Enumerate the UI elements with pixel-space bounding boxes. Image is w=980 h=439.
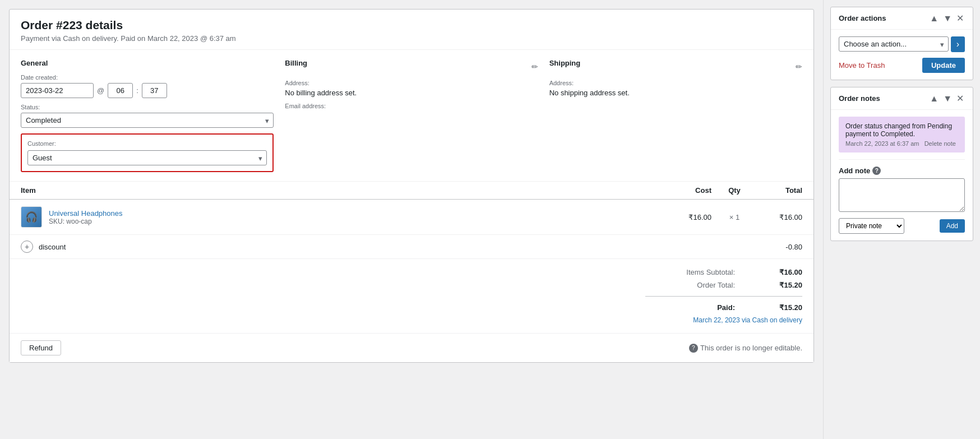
- shipping-edit-icon[interactable]: ✏: [796, 62, 802, 71]
- paid-value: ₹15.20: [757, 303, 802, 312]
- customer-label: Customer:: [27, 140, 267, 147]
- shipping-address-value: No shipping address set.: [549, 89, 802, 97]
- info-icon: ?: [689, 344, 698, 353]
- billing-email-label: Email address:: [285, 103, 538, 109]
- page-subtitle: Payment via Cash on delivery. Paid on Ma…: [21, 34, 236, 43]
- subtotal-value: ₹16.00: [757, 268, 802, 276]
- shipping-address-label: Address:: [549, 80, 802, 86]
- status-label: Status:: [21, 104, 274, 110]
- status-select[interactable]: Completed Pending payment Processing On …: [21, 113, 274, 128]
- move-to-trash-link[interactable]: Move to Trash: [839, 61, 885, 70]
- item-info: 🎧 Universal Headphones SKU: woo-cap: [21, 206, 658, 228]
- billing-title: Billing: [285, 59, 307, 67]
- date-created-label: Date created:: [21, 74, 274, 81]
- customer-select[interactable]: Guest: [27, 150, 267, 165]
- note-timestamp: March 22, 2023 at 6:37 am: [845, 140, 919, 147]
- order-action-select[interactable]: Choose an action...: [839, 36, 949, 52]
- order-notes-card: Order notes ▲ ▼ ✕ Order status changed f…: [830, 87, 973, 241]
- delete-note-link[interactable]: Delete note: [924, 140, 956, 147]
- notes-divider: [839, 159, 965, 160]
- col-item-header: Item: [21, 186, 658, 195]
- order-notes-collapse-up[interactable]: ▲: [928, 93, 940, 104]
- billing-address-value: No billing address set.: [285, 89, 538, 97]
- order-actions-card: Order actions ▲ ▼ ✕ Choose an action... …: [830, 7, 973, 80]
- col-cost-header: Cost: [667, 186, 711, 195]
- note-textarea[interactable]: [839, 178, 965, 212]
- date-input[interactable]: [21, 83, 94, 98]
- order-actions-close[interactable]: ✕: [955, 13, 965, 24]
- order-actions-collapse-up[interactable]: ▲: [928, 13, 940, 24]
- time-min-input[interactable]: [142, 83, 167, 98]
- totals-section: Items Subtotal: ₹16.00 Order Total: ₹15.…: [10, 259, 813, 333]
- customer-section: Customer: Guest: [21, 133, 274, 172]
- time-hour-input[interactable]: [108, 83, 133, 98]
- item-qty: × 1: [720, 213, 748, 221]
- note-bubble: Order status changed from Pending paymen…: [839, 117, 965, 153]
- add-note-button[interactable]: Add: [940, 219, 965, 233]
- shipping-title: Shipping: [549, 59, 581, 67]
- item-total: ₹16.00: [757, 213, 802, 221]
- order-notes-close[interactable]: ✕: [955, 93, 965, 104]
- general-title: General: [21, 59, 274, 67]
- item-sku: SKU: woo-cap: [49, 218, 123, 225]
- add-note-help-icon: ?: [872, 167, 881, 175]
- billing-address-label: Address:: [285, 80, 538, 86]
- card-footer: Refund ? This order is no longer editabl…: [10, 333, 813, 362]
- general-section: General Date created: @ : Status:: [21, 59, 274, 172]
- refund-button[interactable]: Refund: [21, 340, 61, 355]
- order-actions-title: Order actions: [839, 14, 886, 22]
- paid-label: Paid:: [717, 303, 735, 312]
- billing-edit-icon[interactable]: ✏: [531, 62, 538, 71]
- order-total-value: ₹15.20: [757, 281, 802, 289]
- order-total-label: Order Total:: [697, 281, 735, 289]
- col-qty-header: Qty: [720, 186, 748, 195]
- update-button[interactable]: Update: [922, 58, 965, 73]
- col-total-header: Total: [757, 186, 802, 195]
- discount-amount: -0.80: [785, 243, 802, 251]
- item-thumbnail: 🎧: [21, 206, 42, 228]
- item-cost: ₹16.00: [667, 213, 711, 221]
- item-name-link[interactable]: Universal Headphones: [49, 209, 123, 218]
- totals-divider: [645, 296, 802, 297]
- note-text: Order status changed from Pending paymen…: [845, 122, 958, 138]
- items-table-header: Item Cost Qty Total: [10, 182, 813, 200]
- discount-row: + discount -0.80: [10, 235, 813, 259]
- discount-label: discount: [39, 243, 785, 251]
- page-title: Order #223 details: [21, 19, 802, 32]
- not-editable-text: This order is no longer editable.: [700, 344, 802, 352]
- order-notes-collapse-down[interactable]: ▼: [942, 93, 953, 104]
- colon-separator: :: [136, 86, 138, 95]
- at-separator: @: [97, 86, 104, 95]
- paid-via: March 22, 2023 via Cash on delivery: [21, 316, 802, 324]
- order-notes-title: Order notes: [839, 94, 880, 103]
- discount-add-button[interactable]: +: [21, 241, 33, 253]
- order-actions-collapse-down[interactable]: ▼: [942, 13, 953, 24]
- table-row: 🎧 Universal Headphones SKU: woo-cap ₹16.…: [10, 200, 813, 235]
- order-action-go-button[interactable]: ›: [951, 36, 965, 52]
- sidebar: Order actions ▲ ▼ ✕ Choose an action... …: [823, 0, 980, 439]
- shipping-section: Shipping ✏ Address: No shipping address …: [549, 59, 802, 172]
- add-note-label-text: Add note: [839, 167, 870, 175]
- billing-section: Billing ✏ Address: No billing address se…: [285, 59, 538, 172]
- subtotal-label: Items Subtotal:: [686, 268, 735, 276]
- note-type-select[interactable]: Private note Customer note: [839, 218, 904, 234]
